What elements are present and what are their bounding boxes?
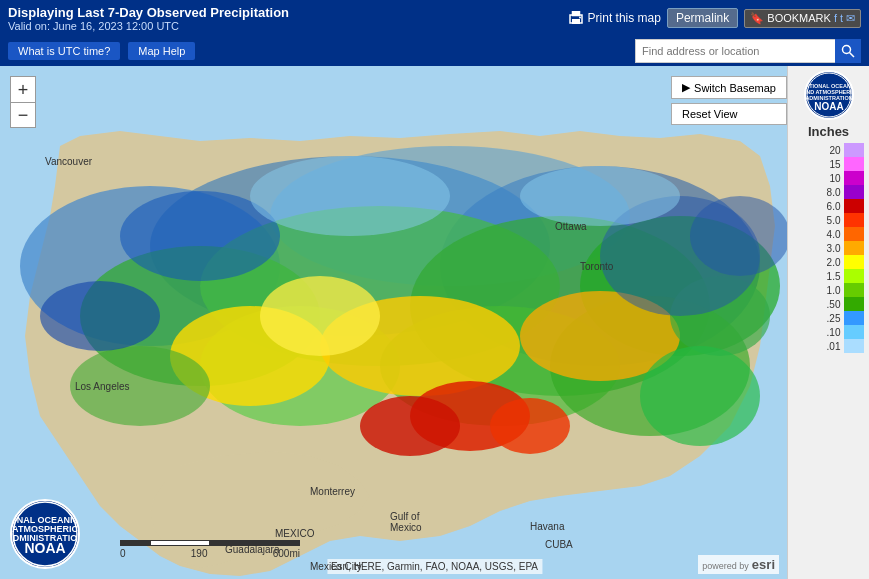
legend-row: 1.5 [794,269,864,283]
legend-color-swatch [844,241,864,255]
legend-row: .01 [794,339,864,353]
svg-point-27 [640,346,760,446]
legend-row: 8.0 [794,185,864,199]
svg-text:NOAA: NOAA [24,540,65,556]
legend-color-swatch [844,199,864,213]
legend-color-swatch [844,269,864,283]
legend-color-swatch [844,171,864,185]
legend-color-swatch [844,143,864,157]
legend-row: 3.0 [794,241,864,255]
legend-row: .25 [794,311,864,325]
legend-value: 10 [814,173,844,184]
legend-color-swatch [844,283,864,297]
legend-color-swatch [844,227,864,241]
legend-color-swatch [844,311,864,325]
map-title: Displaying Last 7-Day Observed Precipita… [8,5,289,20]
valid-date: Valid on: June 16, 2023 12:00 UTC [8,20,289,32]
scale-seg-2 [150,540,210,546]
legend-value: .01 [814,341,844,352]
switch-basemap-button[interactable]: ▶ Switch Basemap [671,76,787,99]
twitter-icon[interactable]: t [840,12,843,24]
legend-scale: 20 15 10 8.0 6.0 5.0 4.0 3.0 2.0 1.5 [794,143,864,575]
legend-color-swatch [844,339,864,353]
reset-view-button[interactable]: Reset View [671,103,787,125]
legend-value: 15 [814,159,844,170]
legend-color-swatch [844,255,864,269]
zoom-controls: + − [10,76,36,128]
legend-value: .10 [814,327,844,338]
svg-point-24 [490,398,570,454]
noaa-logo: NATIONAL OCEANIC AND ATMOSPHERIC ADMINIS… [10,499,80,569]
permalink-button[interactable]: Permalink [667,8,738,28]
search-button[interactable] [835,39,861,63]
search-container [635,39,861,63]
scale-seg-1 [120,540,150,546]
search-icon [841,44,855,58]
esri-logo: powered by esri [698,555,779,574]
legend-color-swatch [844,325,864,339]
svg-point-21 [260,276,380,356]
scale-seg-3 [210,540,300,546]
legend-row: 5.0 [794,213,864,227]
zoom-out-button[interactable]: − [10,102,36,128]
print-label: Print this map [588,11,661,25]
legend-value: .50 [814,299,844,310]
bookmark-label: BOOKMARK [767,12,831,24]
legend-value: 20 [814,145,844,156]
scale-label-190: 190 [191,548,208,559]
svg-point-30 [40,281,160,351]
bookmark-area[interactable]: 🔖 BOOKMARK f t ✉ [744,9,861,28]
zoom-in-button[interactable]: + [10,76,36,102]
legend-row: .50 [794,297,864,311]
legend-color-swatch [844,185,864,199]
legend-panel: NATIONAL OCEANIC AND ATMOSPHERIC ADMINIS… [787,66,869,579]
legend-value: 4.0 [814,229,844,240]
legend-row: 4.0 [794,227,864,241]
svg-point-25 [70,346,210,426]
legend-row: 20 [794,143,864,157]
svg-point-23 [360,396,460,456]
search-input[interactable] [635,39,835,63]
email-icon[interactable]: ✉ [846,12,855,25]
legend-value: 5.0 [814,215,844,226]
map-svg [0,66,790,579]
legend-row: .10 [794,325,864,339]
svg-point-4 [843,46,851,54]
print-icon [568,11,584,25]
switch-basemap-label: Switch Basemap [694,82,776,94]
map-help-button[interactable]: Map Help [128,42,195,60]
legend-unit-label: Inches [808,124,849,139]
scale-label-600: 600mi [273,548,300,559]
legend-value: 1.5 [814,271,844,282]
legend-row: 6.0 [794,199,864,213]
legend-color-swatch [844,157,864,171]
header-actions: Print this map Permalink 🔖 BOOKMARK f t … [568,8,861,28]
header-info: Displaying Last 7-Day Observed Precipita… [8,5,289,32]
svg-rect-1 [572,19,580,24]
print-button[interactable]: Print this map [568,11,661,25]
scale-labels: 0 190 600mi [120,548,300,559]
svg-text:NOAA: NOAA [814,101,843,112]
utc-help-button[interactable]: What is UTC time? [8,42,120,60]
legend-noaa-icon: NATIONAL OCEANIC AND ATMOSPHERIC ADMINIS… [804,70,854,120]
map-container[interactable]: Vancouver Ottawa Toronto Los Angeles Mon… [0,66,869,579]
scale-line [120,540,300,546]
facebook-icon[interactable]: f [834,12,837,24]
esri-name: esri [752,557,775,572]
legend-value: 6.0 [814,201,844,212]
svg-rect-2 [572,11,580,16]
legend-value: 8.0 [814,187,844,198]
basemap-arrow-icon: ▶ [682,81,690,94]
header-bar: Displaying Last 7-Day Observed Precipita… [0,0,869,36]
scale-label-0: 0 [120,548,126,559]
attribution: Esri, HERE, Garmin, FAO, NOAA, USGS, EPA [327,559,542,574]
legend-value: .25 [814,313,844,324]
legend-color-swatch [844,213,864,227]
bookmark-flag-icon: 🔖 [750,12,764,25]
svg-point-32 [250,156,450,236]
legend-row: 10 [794,171,864,185]
map-controls: ▶ Switch Basemap Reset View [671,76,787,125]
svg-point-3 [579,17,581,19]
legend-row: 2.0 [794,255,864,269]
scale-bar: 0 190 600mi [120,540,300,559]
